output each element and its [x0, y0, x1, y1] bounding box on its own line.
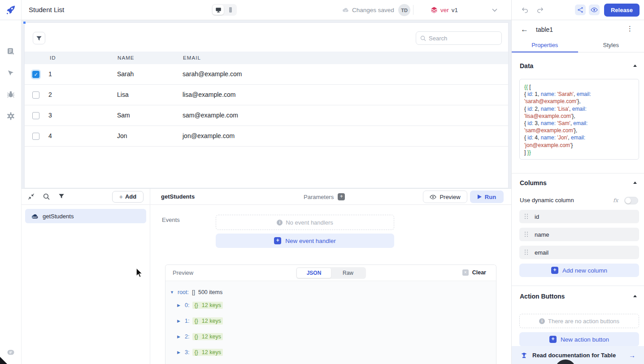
dynamic-column-label: Use dynamic column [520, 197, 574, 204]
tab-properties[interactable]: Properties [512, 39, 578, 52]
collapse-data-section-icon[interactable] [633, 65, 637, 67]
widget-resize-handle[interactable] [23, 21, 26, 24]
back-arrow-icon[interactable]: ← [521, 25, 528, 34]
top-bar: Student List Changes saved TD ver v1 [0, 0, 644, 20]
debug-bug-icon[interactable] [6, 90, 15, 99]
caret-collapsed-icon[interactable]: ▶ [177, 303, 182, 308]
tab-json[interactable]: JSON [297, 268, 331, 278]
new-event-handler-button[interactable]: + New event handler [216, 234, 394, 248]
topbar-divider [413, 5, 413, 15]
collapse-columns-section-icon[interactable] [633, 182, 637, 184]
collapse-panel-icon[interactable] [28, 193, 35, 200]
release-button[interactable]: Release [604, 4, 640, 17]
drag-handle-icon[interactable] [525, 232, 528, 237]
code-line: 'lisa@example.com'}, [524, 113, 634, 120]
column-item-label: email [535, 249, 548, 256]
table-header-row: ID NAME EMAIL [25, 52, 508, 64]
table-row: 4Jonjon@example.com [25, 126, 508, 147]
drag-handle-icon[interactable] [525, 250, 528, 255]
version-selector[interactable]: ver v1 [427, 0, 502, 20]
mobile-mode-button[interactable] [225, 5, 236, 15]
tab-styles[interactable]: Styles [578, 39, 644, 52]
save-status: Changes saved [342, 0, 394, 20]
new-event-handler-label: New event handler [285, 238, 336, 244]
caret-expanded-icon[interactable]: ▼ [170, 290, 174, 295]
redo-button[interactable] [535, 4, 545, 15]
add-query-button[interactable]: + Add [112, 191, 144, 203]
row-checkbox[interactable]: ✓ [32, 71, 39, 78]
share-button[interactable] [575, 4, 586, 15]
empty-action-buttons: i There are no action buttons [519, 314, 639, 328]
fx-binding-icon[interactable]: fx [613, 197, 618, 204]
response-header: Preview JSON Raw × Clear [165, 265, 496, 281]
data-section-title: Data [520, 62, 533, 69]
dynamic-column-toggle[interactable] [624, 197, 638, 204]
app-canvas[interactable]: ID NAME EMAIL ✓1Sarahsarah@example.com2L… [22, 20, 511, 188]
query-editor-header: getStudents Parameters + Preview Run [150, 189, 511, 205]
app-logo[interactable] [0, 0, 22, 20]
search-icon [420, 35, 426, 41]
settings-gear-icon[interactable] [6, 112, 15, 121]
clear-response-button[interactable]: × Clear [462, 269, 486, 276]
json-tree-item[interactable]: ▶3:{}12 keys [165, 347, 496, 357]
arrow-right-icon: → [629, 351, 635, 359]
column-item[interactable]: email [519, 246, 639, 259]
json-response-tree: ▼ root: [] 500 items ▶0:{}12 keys▶1:{}12… [165, 287, 496, 363]
editor-pages-icon[interactable] [6, 47, 15, 56]
run-query-button[interactable]: Run [470, 191, 504, 203]
json-tree-root[interactable]: ▼ root: [] 500 items [165, 287, 496, 297]
widgets-cursor-icon[interactable] [6, 69, 15, 78]
column-item[interactable]: id [519, 210, 639, 223]
run-button-label: Run [485, 194, 496, 200]
row-checkbox[interactable] [32, 91, 39, 99]
chevron-down-icon[interactable] [492, 8, 498, 12]
cell-name: Sam [117, 112, 130, 119]
widget-name: table1 [536, 26, 553, 33]
json-tree-item[interactable]: ▶0:{}12 keys [165, 300, 496, 310]
query-list-pane: + Add REST getStudents [22, 189, 150, 364]
table-filter-button[interactable] [33, 32, 45, 44]
drag-handle-icon[interactable] [525, 214, 528, 219]
add-parameter-button[interactable]: + [338, 193, 345, 200]
tree-item-summary: {}12 keys [192, 349, 222, 356]
help-chat-icon[interactable] [6, 348, 15, 357]
caret-collapsed-icon[interactable]: ▶ [177, 334, 182, 339]
column-item[interactable]: name [519, 228, 639, 241]
table-search-input[interactable] [429, 35, 497, 42]
tab-raw[interactable]: Raw [331, 268, 365, 278]
collapse-actions-section-icon[interactable] [633, 295, 637, 297]
table-widget[interactable]: ID NAME EMAIL ✓1Sarahsarah@example.com2L… [24, 22, 509, 188]
avatar[interactable]: TD [398, 4, 410, 16]
row-checkbox[interactable] [32, 133, 39, 140]
cell-name: Sarah [117, 70, 134, 78]
new-action-button[interactable]: + New action button [519, 332, 639, 347]
parameters-label: Parameters [304, 194, 334, 200]
version-value: v1 [452, 7, 458, 13]
tree-item-key: 2: [185, 334, 189, 340]
json-tree-item[interactable]: ▶1:{}12 keys [165, 316, 496, 326]
column-header-email[interactable]: EMAIL [183, 55, 201, 61]
undo-button[interactable] [519, 4, 530, 15]
desktop-mode-button[interactable] [213, 5, 224, 15]
filter-queries-icon[interactable] [58, 193, 65, 200]
query-preview-button[interactable]: Preview [423, 191, 467, 203]
column-header-id[interactable]: ID [50, 55, 56, 61]
row-checkbox[interactable] [32, 112, 39, 119]
code-line: { id: 4, name: 'Jon', email: [524, 134, 634, 141]
tree-root-summary: 500 items [198, 289, 222, 295]
tree-item-bracket: {} [194, 349, 198, 355]
cell-email: sarah@example.com [183, 70, 242, 78]
caret-collapsed-icon[interactable]: ▶ [177, 319, 182, 323]
table-data-code-editor[interactable]: {{ [ { id: 1, name: 'Sarah', email:'sara… [519, 79, 639, 160]
preview-app-button[interactable] [589, 4, 600, 15]
tree-item-bracket: {} [194, 334, 198, 340]
kebab-menu-icon[interactable]: ⋮ [627, 25, 633, 33]
read-documentation-link[interactable]: Read documentation for Table → [512, 346, 644, 364]
page-title: Student List [29, 0, 64, 20]
search-queries-icon[interactable] [43, 193, 50, 200]
caret-collapsed-icon[interactable]: ▶ [177, 350, 182, 355]
add-new-column-button[interactable]: + Add new column [519, 264, 639, 277]
column-header-name[interactable]: NAME [117, 55, 135, 61]
json-tree-item[interactable]: ▶2:{}12 keys [165, 332, 496, 342]
query-list-item[interactable]: REST getStudents [25, 209, 146, 223]
